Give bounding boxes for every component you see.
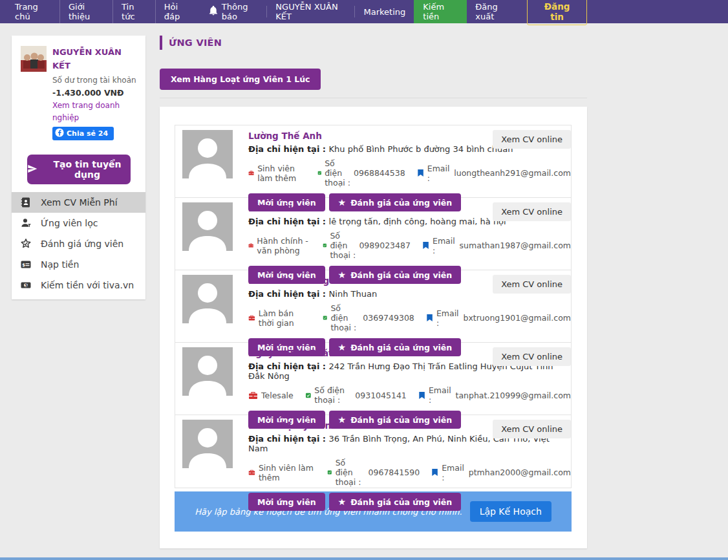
- candidates-card: Lường Thế Anh Địa chỉ hiện tại : Khu phố…: [160, 107, 587, 548]
- bookmark-icon: [417, 168, 424, 178]
- email-group: Email :sumathan1987@gmail.com: [422, 236, 571, 255]
- address-label: Địa chỉ hiện tại :: [248, 144, 329, 154]
- payment-card-icon: $: [20, 259, 32, 270]
- bell-icon: [209, 6, 218, 17]
- email-value: bxtruong1901@gmail.com: [464, 313, 572, 323]
- review-label: Đánh giá của ứng viên: [350, 497, 452, 507]
- phone-group: Số điện thoại : 0369749308: [323, 303, 414, 332]
- sidebar-item-filtered-candidates[interactable]: Ứng viên lọc: [12, 213, 145, 233]
- phone-check-icon: [327, 468, 332, 477]
- phone-value: 0369749308: [363, 313, 414, 323]
- view-cv-online-button[interactable]: Xem CV online: [493, 275, 571, 294]
- sidebar-item-review-candidates[interactable]: Đánh giá ứng viên: [12, 233, 145, 254]
- category-group: Làm bán thời gian: [248, 308, 311, 328]
- category-value: Telesale: [261, 391, 294, 400]
- bulk-view-candidates-button[interactable]: Xem Hàng Loạt ứng Viên 1 Lúc: [160, 69, 321, 90]
- candidate-row: LÊ THI ÁI LINH Địa chỉ hiện tại : lê trọ…: [175, 198, 571, 270]
- bookmark-icon: [426, 313, 433, 323]
- star-check-icon: [20, 238, 32, 250]
- profile-name: NGUYỄN XUÂN KẾT: [52, 46, 138, 73]
- bookmark-icon: [418, 391, 425, 400]
- email-label: Email :: [442, 463, 466, 482]
- contact-book-icon: [20, 197, 32, 208]
- nav-item-logout[interactable]: Đăng xuất: [467, 0, 522, 23]
- notifications-button[interactable]: Thông báo: [201, 0, 267, 23]
- category-group: Sinh viên làm thêm: [248, 164, 306, 183]
- nav-item-news[interactable]: Tin tức: [113, 0, 156, 23]
- phone-label: Số điện thoại :: [325, 158, 350, 188]
- address-label: Địa chỉ hiện tại :: [248, 361, 329, 371]
- create-job-post-button[interactable]: Tạo tin tuyển dụng: [27, 155, 131, 184]
- address-value: lê trọng tấn, định công, hoàng mai, hà n…: [329, 217, 506, 226]
- phone-group: Số điện thoại : 0931045141: [305, 385, 407, 405]
- phone-label: Số điện thoại :: [314, 385, 352, 405]
- phone-group: Số điện thoại : 0968844538: [317, 158, 405, 188]
- email-value: ptmhan2000@gmail.com: [469, 468, 571, 477]
- category-value: Sinh viên làm thêm: [259, 463, 316, 482]
- invite-candidate-button[interactable]: Mời ứng viên: [248, 493, 325, 511]
- phone-check-icon: [317, 168, 322, 178]
- briefcase-icon: [248, 313, 255, 323]
- nav-item-about[interactable]: Giới thiệu: [60, 0, 113, 23]
- candidate-row: Bùi Xuân Trường Địa chỉ hiện tại : Ninh …: [175, 270, 571, 343]
- briefcase-icon: [248, 168, 254, 178]
- candidate-info-line: Sinh viên làm thêm Số điện thoại : 09678…: [248, 458, 571, 487]
- email-group: Email :ptmhan2000@gmail.com: [431, 463, 571, 482]
- notifications-label: Thông báo: [222, 2, 259, 21]
- profile-info: NGUYỄN XUÂN KẾT Số dư trong tài khoản -1…: [52, 46, 138, 141]
- star-icon: ★: [338, 497, 347, 507]
- bookmark-icon: [422, 241, 429, 250]
- view-cv-online-button[interactable]: Xem CV online: [493, 420, 571, 438]
- review-candidate-button[interactable]: ★Đánh giá của ứng viên: [329, 493, 462, 511]
- candidate-actions: Mời ứng viên ★Đánh giá của ứng viên: [248, 493, 571, 511]
- sidebar-item-earn-with-tiva[interactable]: $ Kiếm tiền với tiva.vn: [12, 275, 145, 296]
- phone-label: Số điện thoại :: [330, 231, 356, 260]
- company-page-link[interactable]: Xem trang doanh nghiệp: [52, 100, 138, 124]
- nav-left-group: Trang chủ Giới thiệu Tin tức Hỏi đáp: [0, 0, 201, 23]
- page-title: ỨNG VIÊN: [160, 36, 587, 50]
- phone-group: Số điện thoại : 0967841590: [327, 458, 420, 487]
- candidate-info-line: Làm bán thời gian Số điện thoại : 036974…: [248, 303, 571, 332]
- post-job-button[interactable]: Đăng tin: [527, 0, 587, 25]
- candidate-info-line: Sinh viên làm thêm Số điện thoại : 09688…: [248, 158, 571, 188]
- briefcase-icon: [248, 241, 253, 250]
- nav-item-home[interactable]: Trang chủ: [6, 0, 60, 23]
- top-navbar: Trang chủ Giới thiệu Tin tức Hỏi đáp Thô…: [0, 0, 728, 23]
- page-title-text: ỨNG VIÊN: [169, 38, 222, 48]
- facebook-share-button[interactable]: Chia sẻ 24: [52, 127, 114, 140]
- phone-label: Số điện thoại :: [336, 458, 365, 487]
- bookmark-icon: [431, 468, 438, 477]
- category-value: Làm bán thời gian: [259, 308, 311, 328]
- nav-item-earn-money[interactable]: Kiếm tiền: [414, 0, 467, 23]
- main-content: ỨNG VIÊN Xem Hàng Loạt ứng Viên 1 Lúc Lư…: [160, 36, 587, 548]
- address-label: Địa chỉ hiện tại :: [248, 217, 329, 226]
- sidebar-item-top-up[interactable]: $ Nạp tiền: [12, 254, 145, 275]
- sidebar-item-label: Kiếm tiền với tiva.vn: [41, 280, 134, 290]
- company-avatar: [21, 46, 47, 72]
- title-accent-bar: [160, 36, 162, 50]
- nav-item-faq[interactable]: Hỏi đáp: [156, 0, 201, 23]
- sidebar-item-view-cv-free[interactable]: Xem CV Miễn Phí: [12, 192, 145, 213]
- briefcase-icon: [248, 468, 255, 477]
- candidates-list: Lường Thế Anh Địa chỉ hiện tại : Khu phố…: [175, 125, 572, 488]
- email-label: Email :: [427, 164, 451, 183]
- address-label: Địa chỉ hiện tại :: [248, 434, 329, 444]
- sidebar: NGUYỄN XUÂN KẾT Số dư trong tài khoản -1…: [12, 36, 145, 299]
- view-cv-online-button[interactable]: Xem CV online: [493, 202, 571, 221]
- view-cv-online-button[interactable]: Xem CV online: [493, 130, 571, 149]
- svg-text:$: $: [25, 283, 28, 288]
- view-cv-online-button[interactable]: Xem CV online: [493, 347, 571, 366]
- page: Trang chủ Giới thiệu Tin tức Hỏi đáp Thô…: [0, 0, 728, 560]
- phone-value: 0968844538: [354, 168, 405, 178]
- nav-item-marketing[interactable]: Marketing: [355, 0, 414, 23]
- category-value: Hành chính - văn phòng: [257, 236, 310, 255]
- phone-value: 0967841590: [369, 468, 420, 477]
- nav-username[interactable]: NGUYỄN XUÂN KẾT: [267, 0, 354, 23]
- profile-block: NGUYỄN XUÂN KẾT Số dư trong tài khoản -1…: [12, 36, 145, 146]
- candidate-avatar-placeholder: [182, 420, 233, 468]
- sidebar-item-label: Đánh giá ứng viên: [41, 239, 123, 249]
- footer-accent-line: [0, 557, 728, 560]
- money-icon: $: [20, 279, 32, 291]
- svg-text:$: $: [22, 263, 25, 268]
- balance-label: Số dư trong tài khoản: [52, 74, 138, 87]
